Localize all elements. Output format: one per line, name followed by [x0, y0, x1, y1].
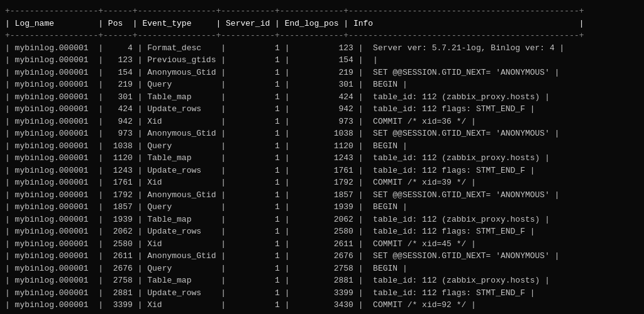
- table-row: | mybinlog.000001 | 942 | Xid | 1 | 973 …: [0, 116, 644, 128]
- separator-line: +------------------+------+-------------…: [0, 30, 644, 42]
- table-row: | mybinlog.000001 | 2580 | Xid | 1 | 261…: [0, 238, 644, 251]
- table-row: | mybinlog.000001 | 2758 | Table_map | 1…: [0, 274, 644, 287]
- table-row: | mybinlog.000001 | 154 | Anonymous_Gtid…: [0, 67, 644, 79]
- table-row: | mybinlog.000001 | 301 | Table_map | 1 …: [0, 91, 644, 104]
- table-row: | mybinlog.000001 | 2611 | Anonymous_Gti…: [0, 250, 644, 263]
- table-row: | mybinlog.000001 | 2676 | Query | 1 | 2…: [0, 263, 644, 275]
- table-row: | mybinlog.000001 | 424 | Update_rows | …: [0, 103, 644, 116]
- table-row: | mybinlog.000001 | 1761 | Xid | 1 | 179…: [0, 176, 644, 189]
- table-row: | mybinlog.000001 | 3399 | Xid | 1 | 343…: [0, 299, 644, 311]
- table-row: | mybinlog.000001 | 1120 | Table_map | 1…: [0, 152, 644, 165]
- table-row: | mybinlog.000001 | 1038 | Query | 1 | 1…: [0, 140, 644, 153]
- terminal-window: +------------------+------+-------------…: [0, 0, 644, 314]
- table-row: | mybinlog.000001 | 2881 | Update_rows |…: [0, 287, 644, 300]
- separator-line: +------------------+------+-------------…: [0, 311, 644, 315]
- table-row: | mybinlog.000001 | 1792 | Anonymous_Gti…: [0, 189, 644, 202]
- table-header-row: | Log_name | Pos | Event_type | Server_i…: [0, 18, 644, 30]
- table-row: | mybinlog.000001 | 1939 | Table_map | 1…: [0, 214, 644, 226]
- table-row: | mybinlog.000001 | 4 | Format_desc | 1 …: [0, 42, 644, 55]
- table-row: | mybinlog.000001 | 2062 | Update_rows |…: [0, 225, 644, 238]
- table-row: | mybinlog.000001 | 1857 | Query | 1 | 1…: [0, 201, 644, 214]
- command-line: [0, 0, 644, 5]
- table-output: +------------------+------+-------------…: [0, 5, 644, 314]
- separator-line: +------------------+------+-------------…: [0, 5, 644, 18]
- table-row: | mybinlog.000001 | 973 | Anonymous_Gtid…: [0, 127, 644, 140]
- table-row: | mybinlog.000001 | 219 | Query | 1 | 30…: [0, 78, 644, 91]
- table-row: | mybinlog.000001 | 1243 | Update_rows |…: [0, 165, 644, 177]
- table-row: | mybinlog.000001 | 123 | Previous_gtids…: [0, 54, 644, 67]
